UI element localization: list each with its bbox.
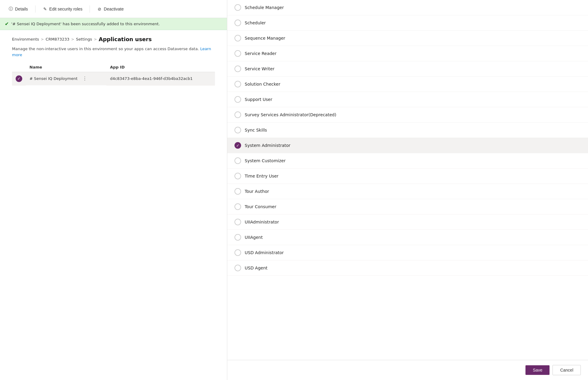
edit-security-roles-button[interactable]: ✎ Edit security roles	[39, 5, 86, 13]
role-check-empty-icon	[234, 96, 241, 103]
row-more-button[interactable]: ⋮	[81, 75, 89, 82]
breadcrumb-area: Environments > CRM873233 > Settings > Ap…	[0, 30, 227, 45]
role-check-empty-icon	[234, 4, 241, 11]
breadcrumb: Environments > CRM873233 > Settings > Ap…	[12, 36, 215, 42]
toolbar-divider-1	[35, 5, 35, 13]
table-row[interactable]: ✓ # Sensei IQ Deployment ⋮ d4c83473-e8ba…	[12, 72, 215, 86]
role-name: Time Entry User	[245, 174, 278, 178]
role-name: Schedule Manager	[245, 5, 284, 10]
role-check-empty-icon	[234, 157, 241, 164]
role-check-empty-icon	[234, 50, 241, 57]
role-name: UIIAdministrator	[245, 220, 279, 224]
role-item[interactable]: Support User	[227, 92, 588, 107]
details-label: Details	[15, 7, 28, 11]
deactivate-label: Deactivate	[104, 7, 124, 11]
role-item[interactable]: Schedule Manager	[227, 0, 588, 15]
role-check-empty-icon	[234, 20, 241, 26]
info-icon: ⓘ	[8, 7, 13, 11]
role-check-empty-icon	[234, 234, 241, 241]
breadcrumb-sep-1: >	[41, 37, 44, 41]
role-check-empty-icon	[234, 188, 241, 195]
role-name: USD Administrator	[245, 250, 284, 255]
page-description: Manage the non-interactive users in this…	[0, 45, 227, 62]
role-item[interactable]: Service Reader	[227, 46, 588, 61]
table-header-appid: App ID	[106, 62, 215, 72]
role-check-empty-icon	[234, 127, 241, 133]
role-check-empty-icon	[234, 203, 241, 210]
breadcrumb-environments[interactable]: Environments	[12, 37, 39, 41]
role-item[interactable]: Service Writer	[227, 61, 588, 77]
users-table: Name App ID ✓ # Sensei IQ Deployment ⋮ d…	[12, 62, 215, 86]
role-name: Scheduler	[245, 20, 266, 25]
success-icon: ✔	[5, 21, 9, 27]
edit-security-roles-label: Edit security roles	[49, 7, 82, 11]
role-name: Tour Author	[245, 189, 269, 194]
row-name: # Sensei IQ Deployment ⋮	[26, 72, 106, 85]
check-icon: ✓	[16, 75, 22, 82]
breadcrumb-current: Application users	[99, 36, 152, 42]
role-name: Service Writer	[245, 66, 274, 71]
table-container: Name App ID ✓ # Sensei IQ Deployment ⋮ d…	[0, 62, 227, 86]
row-appid: d4c83473-e8ba-4ea1-946f-d3b4ba32acb1	[106, 72, 215, 86]
breadcrumb-crm[interactable]: CRM873233	[46, 37, 69, 41]
breadcrumb-settings[interactable]: Settings	[76, 37, 92, 41]
panel-footer: Save Cancel	[227, 360, 588, 380]
role-name: Survey Services Administrator(Deprecated…	[245, 112, 336, 117]
role-item[interactable]: UIIAdministrator	[227, 214, 588, 230]
role-name: Sequence Manager	[245, 36, 285, 41]
role-check-empty-icon	[234, 35, 241, 41]
role-item[interactable]: USD Agent	[227, 260, 588, 276]
role-item[interactable]: UIIAgent	[227, 230, 588, 245]
description-text: Manage the non-interactive users in this…	[12, 47, 199, 51]
toolbar: ⓘ Details ✎ Edit security roles ⊘ Deacti…	[0, 0, 227, 18]
role-name: Tour Consumer	[245, 204, 276, 209]
role-name: Service Reader	[245, 51, 277, 56]
role-name: Sync Skills	[245, 128, 267, 132]
role-item[interactable]: System Customizer	[227, 153, 588, 169]
role-check-empty-icon	[234, 249, 241, 256]
success-banner: ✔ '# Sensei IQ Deployment' has been succ…	[0, 18, 227, 30]
role-name: Support User	[245, 97, 272, 102]
role-name: System Administrator	[245, 143, 290, 148]
success-message: '# Sensei IQ Deployment' has been succes…	[11, 22, 160, 26]
edit-icon: ✎	[43, 7, 47, 11]
role-item[interactable]: Sequence Manager	[227, 31, 588, 46]
role-check-empty-icon	[234, 65, 241, 72]
toolbar-divider-2	[90, 5, 90, 13]
role-item[interactable]: Time Entry User	[227, 169, 588, 184]
role-check-empty-icon	[234, 219, 241, 225]
role-check-empty-icon	[234, 111, 241, 118]
role-item[interactable]: Sync Skills	[227, 123, 588, 138]
cancel-button[interactable]: Cancel	[553, 365, 581, 375]
role-item[interactable]: Scheduler	[227, 15, 588, 31]
left-panel: ⓘ Details ✎ Edit security roles ⊘ Deacti…	[0, 0, 227, 380]
save-button[interactable]: Save	[525, 365, 550, 375]
breadcrumb-sep-2: >	[71, 37, 74, 41]
role-check-empty-icon	[234, 265, 241, 271]
right-panel: Schedule Manager Scheduler Sequence Mana…	[227, 0, 588, 380]
role-name: USD Agent	[245, 266, 268, 270]
row-checkbox-cell: ✓	[12, 72, 26, 86]
roles-list: Schedule Manager Scheduler Sequence Mana…	[227, 0, 588, 360]
role-item[interactable]: ✓ System Administrator	[227, 138, 588, 153]
role-item[interactable]: Solution Checker	[227, 77, 588, 92]
deactivate-button[interactable]: ⊘ Deactivate	[93, 5, 127, 13]
role-name: System Customizer	[245, 158, 286, 163]
table-header-name: Name	[26, 62, 106, 72]
role-name: Solution Checker	[245, 82, 280, 87]
row-name-text: # Sensei IQ Deployment	[29, 76, 78, 81]
role-name: UIIAgent	[245, 235, 263, 240]
role-item[interactable]: Survey Services Administrator(Deprecated…	[227, 107, 588, 123]
role-check-icon: ✓	[234, 142, 241, 149]
role-check-empty-icon	[234, 81, 241, 87]
details-button[interactable]: ⓘ Details	[5, 5, 32, 13]
deactivate-icon: ⊘	[97, 7, 102, 11]
role-item[interactable]: USD Administrator	[227, 245, 588, 260]
role-item[interactable]: Tour Consumer	[227, 199, 588, 214]
role-check-empty-icon	[234, 173, 241, 179]
role-item[interactable]: Tour Author	[227, 184, 588, 199]
breadcrumb-sep-3: >	[94, 37, 97, 41]
table-header-checkbox	[12, 62, 26, 72]
